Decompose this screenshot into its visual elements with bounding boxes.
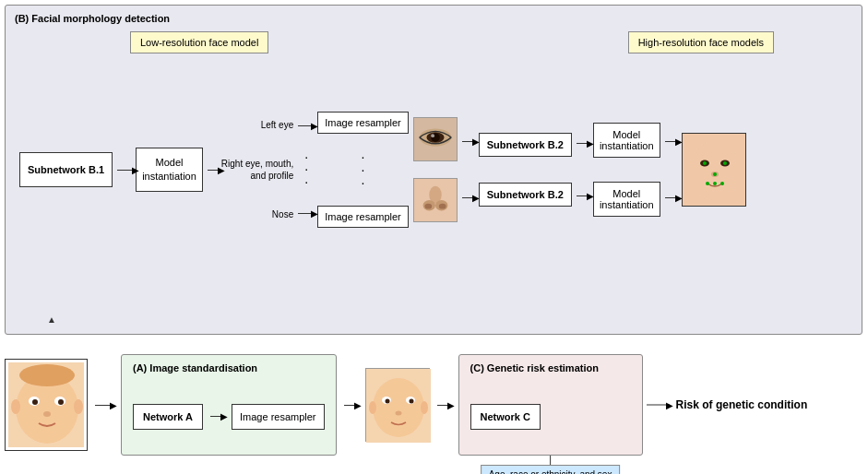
arrow2: ▶ — [208, 170, 221, 171]
svg-point-9 — [424, 204, 432, 209]
model-inst-2-top: Modelinstantiation — [593, 123, 660, 158]
svg-point-4 — [431, 134, 434, 137]
right-eye-label: Right eye, mouth,and profile — [221, 158, 293, 182]
left-eye-label: Left eye — [221, 120, 293, 130]
arrow-na: ▶ — [210, 416, 224, 417]
svg-point-21 — [720, 182, 724, 185]
svg-point-26 — [32, 399, 38, 405]
arr-top: ▶ — [298, 125, 315, 126]
arr-final-bottom: ▶ — [665, 197, 679, 198]
main-container: (B) Facial morphology detection Low-reso… — [5, 5, 862, 469]
subnetwork-b2-group: Subnetwork B.2 Subnetwork B.2 — [479, 133, 572, 207]
eye-svg — [414, 117, 457, 161]
svg-point-18 — [713, 172, 717, 176]
low-res-box: Low-resolution face model — [130, 31, 268, 53]
branch-arrows: ▶ · · · ▶ — [298, 125, 315, 214]
standardized-face-image — [365, 368, 430, 442]
facial-images — [413, 117, 458, 222]
arrows-to-final: ▶ ▶ — [665, 141, 679, 198]
genetic-risk-section: (C) Genetic risk estimation Network C Ag… — [458, 354, 643, 456]
baby-face-container — [5, 359, 88, 451]
subnetwork-b1-group: Subnetwork B.1 — [19, 152, 113, 187]
arrow-std-to-face: ▶ — [344, 405, 358, 406]
arr-final-top: ▶ — [665, 141, 679, 142]
dots-middle: ··· — [317, 150, 409, 189]
eye-image — [413, 117, 458, 161]
standardized-face-group — [365, 368, 430, 442]
svg-point-16 — [703, 161, 707, 165]
model-inst-2-bottom: Modelinstantiation — [593, 182, 660, 217]
std-face-svg — [366, 369, 431, 443]
age-race-container: Age, race or ethnicity, and sex — [481, 456, 621, 474]
subnetwork-b2-top: Subnetwork B.2 — [479, 133, 572, 157]
image-resamplers: Image resampler ··· Image resampler — [317, 112, 409, 228]
image-std-label: (A) Image standardisation — [133, 362, 325, 373]
image-std-section: (A) Image standardisation Network A ▶ Im… — [121, 354, 337, 456]
risk-output-group: Risk of genetic condition — [676, 397, 808, 413]
arrow1: ▶ — [117, 170, 136, 171]
svg-point-33 — [373, 378, 424, 437]
baby-input-group — [5, 359, 88, 451]
baby-face-image — [8, 362, 84, 447]
svg-point-12 — [689, 141, 741, 200]
svg-point-20 — [706, 182, 709, 185]
arr-mi2-bottom: ▶ — [577, 196, 590, 196]
svg-point-40 — [421, 401, 428, 414]
arr-mi2-top: ▶ — [577, 143, 590, 144]
fm-section-label: (B) Facial morphology detection — [15, 13, 170, 24]
svg-point-29 — [11, 399, 20, 414]
nose-label: Nose — [221, 209, 293, 219]
arrow-face-to-genetic: ▶ — [437, 405, 451, 406]
model-instantiation-1-box: Modelinstantiation — [136, 148, 203, 193]
image-resampler-bottom: Image resampler — [317, 206, 409, 228]
high-res-box: High-resolution face models — [628, 31, 774, 53]
up-arrow-group: ▲ — [47, 314, 56, 325]
final-face — [682, 133, 746, 207]
svg-point-39 — [369, 401, 376, 414]
arrows-to-b2: ▶ ▶ — [462, 141, 476, 198]
low-res-box-container: Low-resolution face model — [130, 31, 268, 53]
arr-bottom: ▶ — [298, 213, 315, 214]
svg-point-36 — [385, 399, 389, 404]
image-resampler-std-box: Image resampler — [232, 404, 325, 430]
risk-output-text: Risk of genetic condition — [676, 397, 808, 413]
age-race-box: Age, race or ethnicity, and sex — [481, 465, 621, 474]
nose-image — [413, 178, 458, 222]
network-c-box: Network C — [470, 404, 541, 430]
dots-group: · · · — [298, 152, 315, 187]
branch-labels: Left eye Right eye, mouth,and profile No… — [221, 120, 293, 219]
age-race-line-up — [550, 456, 551, 465]
high-res-box-container: High-resolution face models — [628, 31, 774, 53]
subnetwork-b1-box: Subnetwork B.1 — [19, 152, 113, 187]
image-std-inner: Network A ▶ Image resampler — [133, 385, 325, 447]
svg-point-37 — [409, 399, 413, 404]
genetic-inner: Network C — [470, 385, 631, 447]
baby-face-svg — [8, 362, 84, 447]
genetic-risk-label: (C) Genetic risk estimation — [470, 362, 631, 373]
svg-point-28 — [43, 411, 51, 417]
model-inst-2-group: Modelinstantiation Modelinstantiation — [593, 123, 660, 217]
nose-svg — [414, 178, 457, 222]
svg-point-38 — [395, 411, 401, 416]
svg-point-30 — [74, 399, 83, 414]
svg-point-31 — [19, 364, 75, 386]
svg-point-10 — [439, 204, 446, 209]
image-resampler-top: Image resampler — [317, 112, 409, 134]
arrow-baby-to-std: ▶ — [95, 405, 113, 406]
svg-point-19 — [713, 182, 717, 185]
arrows-to-mi2: ▶ ▶ — [577, 143, 590, 196]
arr-b2-bottom: ▶ — [462, 197, 476, 198]
facial-morphology-section: (B) Facial morphology detection Low-reso… — [5, 5, 862, 335]
arrow-nc-out: ▶ — [647, 405, 670, 406]
svg-point-27 — [58, 399, 64, 405]
svg-point-17 — [723, 161, 727, 165]
fm-flow: Subnetwork B.1 ▶ Modelinstantiation ▶ Le… — [15, 77, 852, 262]
bottom-section: ▶ (A) Image standardisation Network A ▶ … — [5, 340, 862, 469]
arr-b2-top: ▶ — [462, 141, 476, 142]
final-face-svg — [683, 134, 746, 207]
network-a-box: Network A — [133, 404, 203, 430]
fm-header: (B) Facial morphology detection — [15, 13, 852, 31]
subnetwork-b2-bottom: Subnetwork B.2 — [479, 183, 572, 207]
